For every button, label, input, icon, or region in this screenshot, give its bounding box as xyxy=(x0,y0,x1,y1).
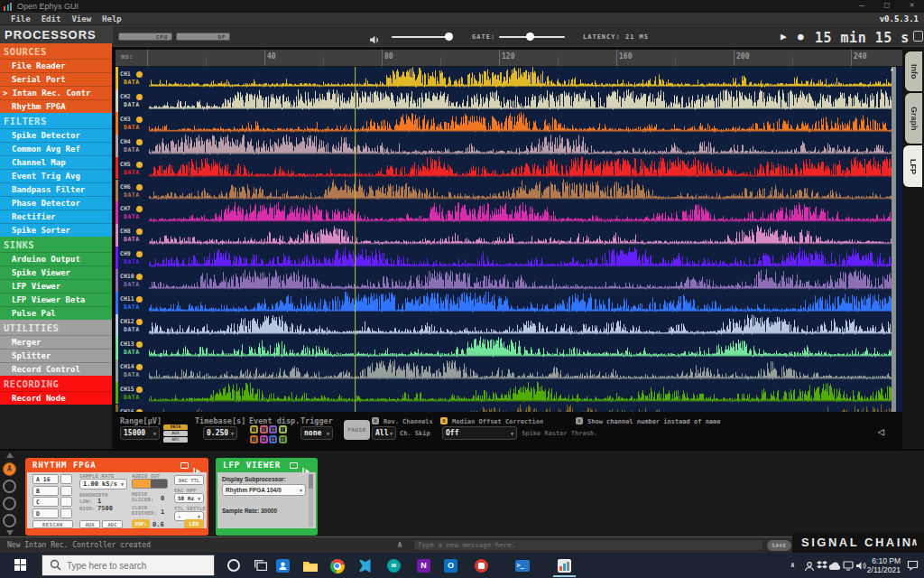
vscode-icon[interactable] xyxy=(356,558,372,573)
menu-help[interactable]: Help xyxy=(102,13,122,25)
chain-tab-empty[interactable] xyxy=(3,514,16,527)
median-offset-toggle[interactable]: 0 xyxy=(440,417,448,424)
message-collapse-icon[interactable]: ∧ xyxy=(397,539,402,549)
low-value[interactable]: 1 xyxy=(97,498,101,505)
onedrive-icon[interactable] xyxy=(828,560,841,572)
maximize-button[interactable]: □ xyxy=(884,0,889,9)
audio-out-toggle[interactable] xyxy=(132,479,168,489)
tab-lfp[interactable]: LFP xyxy=(903,145,922,187)
open-ephys-icon[interactable] xyxy=(557,558,572,573)
event-button-2[interactable]: 2 xyxy=(250,435,258,443)
outlook-icon[interactable]: O xyxy=(443,558,458,573)
dsp-button[interactable]: DSP: xyxy=(132,519,150,528)
adc-button[interactable]: ADC xyxy=(102,520,123,528)
message-input[interactable] xyxy=(413,539,763,551)
volume-slider[interactable] xyxy=(392,36,452,38)
lfp-viewer-module[interactable]: LFP VIEWER Display Subprocessor: Rhythm … xyxy=(216,458,318,536)
volume-slider-knob[interactable] xyxy=(445,33,453,41)
event-button-6[interactable]: 6 xyxy=(269,435,277,443)
contacts-icon[interactable] xyxy=(803,560,816,572)
processor-item-intan-rec-contr[interactable]: > Intan Rec. Contr xyxy=(0,86,112,99)
processor-item-spike-viewer[interactable]: Spike Viewer xyxy=(0,266,112,279)
signal-chain-collapse-icon[interactable]: ∧ xyxy=(911,536,918,548)
processor-item-record-node[interactable]: Record Node xyxy=(0,391,112,405)
tray-expand-icon[interactable]: ∧ xyxy=(790,561,795,569)
spike-raster-select[interactable]: Off ▼ xyxy=(442,426,517,440)
play-button[interactable]: ▶ xyxy=(781,31,787,42)
processor-item-splitter[interactable]: Splitter xyxy=(0,349,112,362)
event-button-7[interactable]: 7 xyxy=(279,425,287,434)
rhythm-fpga-module[interactable]: RHYTHM FPGA A 16BCD RESCAN SAMPLE RATE 1… xyxy=(25,458,208,536)
event-button-5[interactable]: 5 xyxy=(269,425,277,434)
trigger-select[interactable]: none ▼ xyxy=(300,426,333,440)
processor-item-rhythm-fpga[interactable]: Rhythm FPGA xyxy=(0,99,112,113)
processor-item-file-reader[interactable]: File Reader xyxy=(0,59,112,72)
event-button-8[interactable]: 8 xyxy=(279,435,287,443)
headstage-button-b[interactable]: B xyxy=(32,486,59,496)
reverse-channels-toggle[interactable]: 0 xyxy=(372,417,379,424)
noise-slicer-value[interactable]: 0 xyxy=(161,495,164,502)
channel-record-dot[interactable] xyxy=(136,341,143,348)
headstage-slot-button[interactable] xyxy=(60,497,72,507)
sample-rate-select[interactable]: 1.00 kS/s ▼ xyxy=(79,479,127,489)
event-button-4[interactable]: 4 xyxy=(260,435,268,443)
high-value[interactable]: 7500 xyxy=(97,505,113,512)
channel-record-dot[interactable] xyxy=(136,387,143,393)
chip-aux-button[interactable]: AUX xyxy=(163,431,188,436)
cortana-icon[interactable] xyxy=(227,559,240,572)
channel-record-dot[interactable] xyxy=(136,71,143,78)
window-icon[interactable] xyxy=(290,462,298,469)
channel-record-dot[interactable] xyxy=(136,364,143,370)
dsp-value[interactable]: 0.6 xyxy=(152,521,164,528)
timebase-select[interactable]: 0.250 ▼ xyxy=(203,426,237,440)
aux-button[interactable]: AUX xyxy=(79,520,100,528)
chip-data-button[interactable]: DATA xyxy=(163,424,188,430)
lfp-scrollbar[interactable] xyxy=(892,67,896,412)
menu-file[interactable]: File xyxy=(11,13,31,25)
chip-adc-button[interactable]: ADC xyxy=(163,437,188,443)
channel-record-dot[interactable] xyxy=(136,184,143,191)
rescan-button[interactable]: RESCAN xyxy=(32,520,73,528)
onenote-icon[interactable]: N xyxy=(416,558,431,573)
processor-item-record-control[interactable]: Record Control xyxy=(0,362,112,376)
file-explorer-icon[interactable] xyxy=(302,558,318,573)
powershell-icon[interactable]: >_ xyxy=(514,558,530,573)
channel-record-dot[interactable] xyxy=(136,139,143,145)
channel-record-dot[interactable] xyxy=(136,274,143,280)
processor-item-rectifier[interactable]: Rectifier xyxy=(0,210,112,223)
processor-item-lfp-viewer-beta[interactable]: LFP Viewer Beta xyxy=(0,293,112,306)
channel-record-dot[interactable] xyxy=(136,228,143,235)
red-app-icon[interactable] xyxy=(474,558,489,573)
event-button-3[interactable]: 3 xyxy=(260,425,268,434)
record-button[interactable]: ● xyxy=(798,31,804,42)
event-button-1[interactable]: 1 xyxy=(250,425,258,434)
headstage-button-d[interactable]: D xyxy=(32,508,59,518)
processor-item-bandpass-filter[interactable]: Bandpass Filter xyxy=(0,182,112,196)
processor-item-spike-sorter[interactable]: Spike Sorter xyxy=(0,223,112,237)
minimize-button[interactable]: – xyxy=(859,0,864,10)
start-button[interactable] xyxy=(14,559,26,571)
chrome-icon[interactable] xyxy=(329,558,345,573)
dac-ttl-button[interactable]: DAC TTL xyxy=(174,475,204,485)
search-input[interactable] xyxy=(67,561,202,571)
taskbar-clock[interactable]: 6:10 PM 2/11/2021 xyxy=(864,556,901,574)
headstage-slot-button[interactable] xyxy=(60,508,72,518)
headstage-slot-button[interactable] xyxy=(60,486,72,496)
close-button[interactable]: ✕ xyxy=(910,0,914,9)
dropbox-icon[interactable] xyxy=(816,560,828,572)
channel-record-dot[interactable] xyxy=(136,409,143,413)
processor-item-common-avg-ref[interactable]: Common Avg Ref xyxy=(0,142,112,155)
chain-scroll-up-icon[interactable] xyxy=(6,452,14,458)
channel-record-dot[interactable] xyxy=(136,94,143,100)
headstage-button-c[interactable]: C xyxy=(32,497,59,507)
scroll-up-icon[interactable]: ▲ xyxy=(891,67,893,71)
channel-record-dot[interactable] xyxy=(136,319,143,325)
processor-item-lfp-viewer[interactable]: LFP Viewer xyxy=(0,279,112,293)
processor-item-event-trig-avg[interactable]: Event Trig Avg xyxy=(0,169,112,182)
channel-skip-select[interactable]: All ▼ xyxy=(372,426,396,440)
processor-item-pulse-pal[interactable]: Pulse Pal xyxy=(0,306,112,320)
processor-item-spike-detector[interactable]: Spike Detector xyxy=(0,128,112,142)
show-channel-number-toggle[interactable]: 0 xyxy=(576,417,583,424)
processor-item-merger[interactable]: Merger xyxy=(0,335,112,349)
headstage-slot-button[interactable] xyxy=(60,474,72,484)
